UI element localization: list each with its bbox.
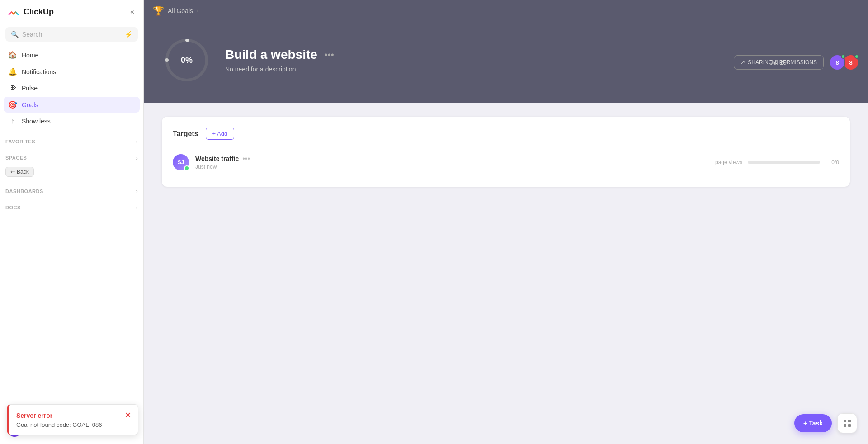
- sidebar-item-home-label: Home: [22, 52, 38, 59]
- spaces-label: SPACES: [5, 155, 27, 161]
- svg-rect-3: [844, 420, 846, 422]
- spaces-row: ↩ Back: [0, 163, 143, 180]
- target-menu-button[interactable]: •••: [242, 155, 250, 163]
- home-icon: 🏠: [8, 51, 17, 59]
- nav-items: 🏠 Home 🔔 Notifications 👁 Pulse 🎯 Goals ↑…: [0, 45, 143, 131]
- svg-rect-5: [844, 424, 846, 427]
- search-bar[interactable]: 🔍 Search ⚡: [5, 27, 138, 42]
- share-icon: ↗: [741, 59, 745, 66]
- bell-icon: 🔔: [8, 67, 17, 76]
- chevron-up-icon: ↑: [8, 117, 17, 125]
- spaces-section-header: SPACES ›: [0, 147, 143, 163]
- add-target-button[interactable]: + Add: [206, 128, 235, 140]
- target-metric-label: page views: [706, 159, 742, 165]
- dashboards-label: DASHBOARDS: [5, 189, 43, 194]
- favorites-chevron-icon[interactable]: ›: [136, 138, 138, 145]
- sidebar-item-goals-label: Goals: [22, 101, 38, 109]
- sharing-permissions-button[interactable]: ↗ SHARING & PERMISSIONS: [734, 55, 824, 70]
- goals-icon: 🎯: [8, 100, 17, 109]
- progress-percent-label: 0%: [181, 56, 193, 65]
- top-nav: 🏆 All Goals ›: [144, 0, 868, 22]
- error-message: Goal not found code: GOAL_086: [16, 421, 131, 428]
- target-progress-count: 0/0: [826, 159, 839, 165]
- docs-chevron-icon[interactable]: ›: [136, 204, 138, 211]
- svg-rect-4: [848, 420, 851, 422]
- sidebar-item-show-less-label: Show less: [22, 118, 51, 125]
- clickup-logo-icon: [7, 5, 20, 18]
- content-area: Targets + Add SJ Website traffic ••• Jus…: [144, 103, 868, 444]
- fab-area: + Task: [794, 413, 857, 433]
- main-content: 🏆 All Goals › 0% Build a website ••• No …: [144, 0, 868, 444]
- target-name: Website traffic: [195, 155, 239, 162]
- error-toast: Server error ✕ Goal not found code: GOAL…: [7, 404, 138, 435]
- target-progress-area: page views 0/0: [706, 159, 839, 165]
- favorites-label: FAVORITES: [5, 139, 35, 144]
- avatar-1[interactable]: 8: [829, 54, 845, 71]
- pulse-icon: 👁: [8, 84, 17, 92]
- avatar-group: 8 8: [829, 54, 859, 71]
- logo-area[interactable]: ClickUp: [7, 5, 54, 18]
- back-arrow-icon: ↩: [10, 169, 15, 175]
- target-progress-bar: [748, 161, 820, 164]
- lightning-icon[interactable]: ⚡: [125, 31, 132, 38]
- error-toast-header: Server error ✕: [16, 411, 131, 420]
- sidebar-header: ClickUp «: [0, 0, 143, 24]
- target-info: Website traffic ••• Just now: [195, 155, 700, 170]
- sidebar-item-pulse-label: Pulse: [22, 85, 38, 92]
- search-input[interactable]: Search: [22, 31, 121, 38]
- back-button[interactable]: ↩ Back: [5, 167, 34, 177]
- spaces-left: ↩ Back: [5, 167, 34, 177]
- error-close-button[interactable]: ✕: [125, 411, 131, 420]
- goal-actions: ↗ SHARING & PERMISSIONS 8 8: [734, 54, 859, 71]
- avatar-online-badge: [841, 54, 845, 59]
- error-title: Server error: [16, 412, 52, 419]
- goal-menu-button[interactable]: •••: [323, 48, 336, 62]
- favorites-section: FAVORITES ›: [0, 131, 143, 147]
- progress-circle: 0%: [162, 35, 212, 85]
- sidebar: ClickUp « 🔍 Search ⚡ 🏠 Home 🔔 Notificati…: [0, 0, 144, 444]
- svg-point-2: [165, 58, 169, 62]
- svg-rect-6: [848, 424, 851, 427]
- targets-title: Targets: [173, 130, 198, 138]
- breadcrumb-all-goals[interactable]: All Goals: [168, 7, 193, 14]
- sidebar-item-goals[interactable]: 🎯 Goals: [4, 97, 140, 113]
- sidebar-item-home[interactable]: 🏠 Home: [4, 47, 140, 63]
- grid-icon: [843, 419, 852, 428]
- sharing-btn-label: SHARING & PERMISSIONS: [748, 59, 817, 66]
- sidebar-item-notifications[interactable]: 🔔 Notifications: [4, 64, 140, 80]
- goal-header: 0% Build a website ••• No need for a des…: [144, 22, 868, 103]
- target-avatar-online-badge: [184, 165, 189, 171]
- dashboards-section: DASHBOARDS ›: [0, 180, 143, 197]
- dashboards-chevron-icon[interactable]: ›: [136, 188, 138, 195]
- target-time: Just now: [195, 164, 700, 170]
- sidebar-item-notifications-label: Notifications: [22, 68, 56, 76]
- grid-view-button[interactable]: [837, 413, 857, 433]
- add-task-button[interactable]: + Task: [794, 414, 832, 432]
- goal-title: Build a website: [225, 47, 317, 62]
- table-row: SJ Website traffic ••• Just now page vie…: [173, 149, 839, 176]
- collapse-sidebar-button[interactable]: «: [128, 6, 136, 18]
- spaces-chevron-icon[interactable]: ›: [136, 154, 138, 161]
- target-name-row: Website traffic •••: [195, 155, 700, 163]
- search-icon: 🔍: [11, 31, 19, 38]
- targets-header: Targets + Add: [173, 128, 839, 140]
- target-avatar: SJ: [173, 154, 189, 170]
- targets-card: Targets + Add SJ Website traffic ••• Jus…: [162, 117, 850, 187]
- app-name: ClickUp: [24, 7, 54, 17]
- breadcrumb-arrow-icon: ›: [197, 8, 198, 14]
- sidebar-item-show-less[interactable]: ↑ Show less: [4, 113, 140, 129]
- docs-section: DOCS ›: [0, 197, 143, 213]
- avatar-online-badge-2: [854, 54, 859, 59]
- sidebar-item-pulse[interactable]: 👁 Pulse: [4, 80, 140, 96]
- docs-label: DOCS: [5, 205, 21, 210]
- trophy-icon: 🏆: [153, 5, 164, 16]
